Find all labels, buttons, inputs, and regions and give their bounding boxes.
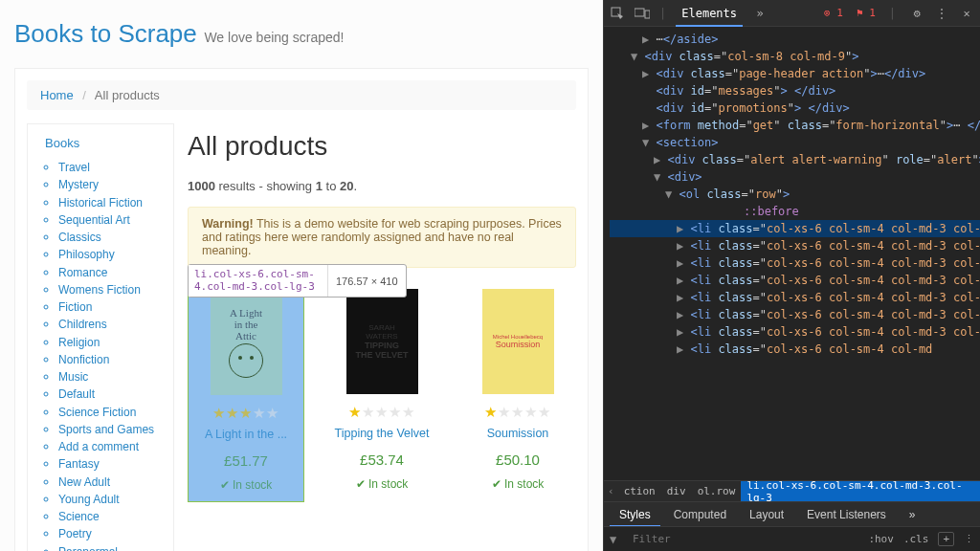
dom-tree-line[interactable]: ▼ <section>	[610, 134, 980, 151]
category-item[interactable]: Sports and Games	[58, 422, 164, 437]
more-tabs-icon[interactable]: »	[900, 502, 925, 527]
breadcrumb-active: All products	[95, 88, 160, 102]
styles-tabs: StylesComputedLayoutEvent Listeners»	[604, 501, 980, 526]
crumb-left-icon[interactable]: ‹	[604, 485, 618, 497]
book-cover[interactable]: A Lightin theAttic	[211, 290, 282, 395]
category-item[interactable]: Travel	[58, 160, 164, 175]
dom-tree-line[interactable]: ▼ <ol class="row">	[610, 186, 980, 203]
product-title[interactable]: Soumission	[459, 427, 576, 440]
category-item[interactable]: Sequential Art	[58, 212, 164, 228]
category-item[interactable]: Religion	[58, 335, 164, 350]
tooltip-selector: li.col-xs-6.col-sm-4.col-md-3.col-lg-3	[189, 265, 327, 297]
product-stock: In stock	[189, 478, 303, 492]
category-item[interactable]: Fiction	[58, 299, 164, 315]
dom-tree-line[interactable]: ::before	[610, 203, 980, 220]
category-item[interactable]: Historical Fiction	[58, 195, 164, 210]
category-item[interactable]: Paranormal	[58, 544, 164, 552]
issues-badge[interactable]: ⚑ 1	[857, 7, 876, 19]
category-item[interactable]: Philosophy	[58, 247, 164, 262]
product-stock: In stock	[459, 477, 576, 491]
page-content: Books to Scrape We love being scraped! H…	[0, 0, 603, 551]
dom-tree-line[interactable]: ▶ <li class="col-xs-6 col-sm-4 col-md-3 …	[610, 272, 980, 289]
category-item[interactable]: Classics	[58, 230, 164, 245]
svg-rect-1	[635, 9, 644, 16]
styles-tab[interactable]: Computed	[664, 502, 736, 527]
category-item[interactable]: New Adult	[58, 474, 164, 490]
product-price: £51.77	[189, 452, 303, 469]
tab-elements[interactable]: Elements	[676, 0, 743, 27]
kebab-icon[interactable]: ⋮	[934, 6, 949, 21]
devtools-toolbar: | Elements » ⊗ 1 ⚑ 1 | ⚙ ⋮ ✕	[604, 0, 980, 27]
breadcrumb: Home / All products	[27, 80, 576, 110]
breadcrumb-home[interactable]: Home	[40, 88, 74, 102]
filter-icon[interactable]: ▼	[610, 533, 623, 546]
product-card[interactable]: A Lightin theAttic★★★★★A Light in the ..…	[188, 283, 304, 502]
close-icon[interactable]: ✕	[959, 6, 974, 21]
gear-icon[interactable]: ⚙	[909, 6, 924, 21]
crumb-selected[interactable]: li.col-xs-6.col-sm-4.col-md-3.col-lg-3	[741, 480, 980, 501]
crumb-item[interactable]: ction	[618, 483, 661, 499]
results-summary: 1000 results - showing 1 to 20.	[188, 179, 576, 193]
dom-tree-line[interactable]: ▼ <div class="col-sm-8 col-md-9">	[610, 48, 980, 65]
more-tabs-icon[interactable]: »	[752, 6, 768, 21]
product-title[interactable]: A Light in the ...	[189, 428, 303, 441]
category-item[interactable]: Music	[58, 369, 164, 385]
devtools-panel: | Elements » ⊗ 1 ⚑ 1 | ⚙ ⋮ ✕ ▶ ⋯</aside>…	[603, 0, 980, 551]
category-item[interactable]: Add a comment	[58, 439, 164, 454]
results-count: 1000	[188, 179, 215, 193]
dom-tree[interactable]: ▶ ⋯</aside>▼ <div class="col-sm-8 col-md…	[604, 27, 980, 480]
sidebar-header[interactable]: Books	[45, 136, 164, 150]
product-price: £50.10	[459, 452, 576, 468]
error-badge[interactable]: ⊗ 1	[824, 7, 843, 19]
category-item[interactable]: Science	[58, 509, 164, 524]
crumb-item[interactable]: div	[661, 483, 692, 499]
device-icon[interactable]	[635, 6, 650, 21]
product-grid: li.col-xs-6.col-sm-4.col-md-3.col-lg-3 1…	[188, 283, 576, 502]
crumb-item[interactable]: ol.row	[692, 483, 742, 499]
product-title[interactable]: Tipping the Velvet	[323, 427, 440, 440]
styles-tab[interactable]: Styles	[610, 502, 660, 527]
dom-tree-line[interactable]: ▶ <li class="col-xs-6 col-sm-4 col-md	[610, 341, 980, 358]
dom-tree-line[interactable]: ▼ <div>	[610, 168, 980, 186]
new-rule-button[interactable]: +	[938, 532, 954, 546]
category-item[interactable]: Mystery	[58, 177, 164, 192]
inspect-icon[interactable]	[610, 6, 625, 21]
category-item[interactable]: Default	[58, 386, 164, 402]
site-title[interactable]: Books to Scrape	[14, 19, 197, 49]
dom-tree-line[interactable]: ▶ <li class="col-xs-6 col-sm-4 col-md-3 …	[610, 254, 980, 272]
book-cover[interactable]: Michel HouellebecqSoumission	[482, 289, 554, 394]
dom-tree-line[interactable]: ▶ <li class="col-xs-6 col-sm-4 col-md-3 …	[610, 237, 980, 254]
dom-tree-line[interactable]: ▶ <li class="col-xs-6 col-sm-4 col-md-3 …	[610, 220, 980, 237]
tooltip-dimensions: 176.57 × 410	[327, 265, 406, 297]
dom-tree-line[interactable]: ▶ <form method="get" class="form-horizon…	[610, 117, 980, 134]
inspect-tooltip: li.col-xs-6.col-sm-4.col-md-3.col-lg-3 1…	[188, 264, 407, 298]
dom-tree-line[interactable]: ▶ <li class="col-xs-6 col-sm-4 col-md-3 …	[610, 289, 980, 306]
book-cover[interactable]: SARAHWATERSTIPPINGTHE VELVET	[346, 289, 418, 394]
product-card[interactable]: Michel HouellebecqSoumission★★★★★Soumiss…	[459, 283, 576, 502]
styles-tab[interactable]: Layout	[740, 502, 793, 527]
category-item[interactable]: Young Adult	[58, 492, 164, 507]
cls-toggle[interactable]: .cls	[903, 533, 929, 545]
styles-tab[interactable]: Event Listeners	[797, 502, 896, 527]
rating-stars: ★★★★★	[323, 404, 440, 421]
filter-input[interactable]	[633, 533, 858, 545]
dom-tree-line[interactable]: ▶ <li class="col-xs-6 col-sm-4 col-md-3 …	[610, 306, 980, 323]
category-item[interactable]: Nonfiction	[58, 352, 164, 367]
hov-toggle[interactable]: :hov	[868, 533, 894, 545]
category-item[interactable]: Fantasy	[58, 456, 164, 472]
product-card[interactable]: SARAHWATERSTIPPINGTHE VELVET★★★★★Tipping…	[323, 283, 440, 502]
category-item[interactable]: Poetry	[58, 526, 164, 541]
dom-tree-line[interactable]: ▶ ⋯</aside>	[610, 31, 980, 48]
dom-tree-line[interactable]: ▶ <div class="page-header action">⋯</div…	[610, 65, 980, 82]
dom-tree-line[interactable]: <div id="messages"> </div>	[610, 82, 980, 99]
category-item[interactable]: Womens Fiction	[58, 282, 164, 298]
dom-tree-line[interactable]: ▶ <div class="alert alert-warning" role=…	[610, 151, 980, 168]
category-item[interactable]: Childrens	[58, 317, 164, 332]
dom-tree-line[interactable]: <div id="promotions"> </div>	[610, 99, 980, 117]
rating-stars: ★★★★★	[189, 405, 303, 422]
warning-alert: Warning! This is a demo website for web …	[188, 207, 576, 268]
dom-tree-line[interactable]: ▶ <li class="col-xs-6 col-sm-4 col-md-3 …	[610, 323, 980, 341]
category-item[interactable]: Science Fiction	[58, 405, 164, 420]
category-item[interactable]: Romance	[58, 265, 164, 280]
more-icon[interactable]: ⋮	[964, 533, 974, 545]
